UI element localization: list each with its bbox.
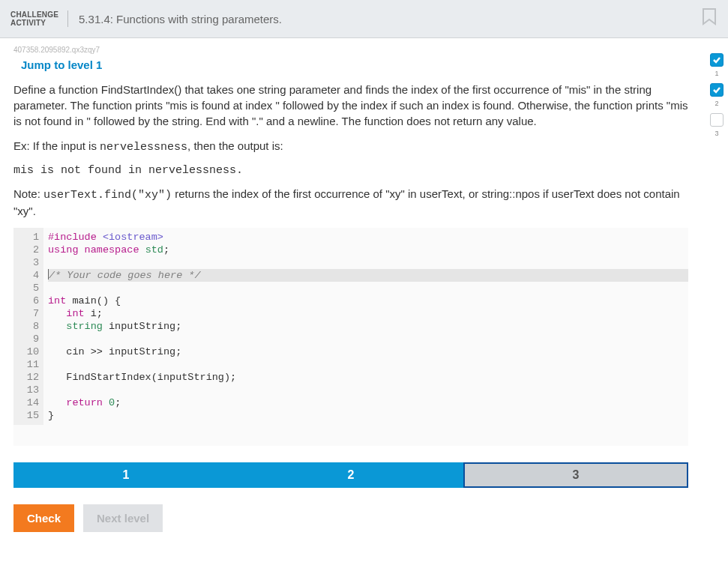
- code-line[interactable]: [48, 282, 688, 294]
- gutter-line: 9: [16, 333, 39, 345]
- example-line: Ex: If the input is nervelessness, then …: [13, 138, 696, 155]
- code-line[interactable]: using namespace std;: [48, 244, 688, 256]
- activity-title: 5.31.4: Functions with string parameters…: [79, 13, 282, 25]
- code-body[interactable]: #include <iostream> using namespace std;…: [43, 228, 688, 425]
- level-check-1[interactable]: [710, 53, 724, 67]
- gutter-line: 15: [16, 409, 39, 422]
- code-line[interactable]: return 0;: [48, 396, 688, 409]
- code-line[interactable]: }: [48, 409, 688, 422]
- code-line[interactable]: #include <iostream>: [48, 231, 688, 244]
- progress-step-3[interactable]: 3: [463, 462, 688, 488]
- gutter-line: 5: [16, 282, 39, 294]
- code-line[interactable]: [48, 333, 688, 345]
- header-label: CHALLENGE ACTIVITY: [10, 10, 68, 27]
- problem-description: Define a function FindStartIndex() that …: [13, 82, 696, 129]
- next-level-button: Next level: [83, 504, 163, 532]
- gutter-line: 11: [16, 358, 39, 371]
- code-line[interactable]: [48, 256, 688, 269]
- hash-id: 407358.2095892.qx3zqy7: [13, 46, 715, 54]
- example-output: mis is not found in nervelessness.: [13, 164, 715, 177]
- level-num-2: 2: [715, 100, 718, 107]
- button-row: Check Next level: [13, 504, 715, 532]
- gutter-line: 4: [16, 269, 39, 282]
- gutter-line: 13: [16, 384, 39, 396]
- header-label-line1: CHALLENGE: [10, 10, 58, 19]
- code-editor[interactable]: 1 2 3 4 5 6 7 8 9 10 11 12 13 14 15 #inc…: [13, 228, 688, 446]
- progress-step-2[interactable]: 2: [238, 462, 463, 488]
- gutter-line: 8: [16, 320, 39, 333]
- progress-step-1[interactable]: 1: [13, 462, 238, 488]
- code-line[interactable]: /* Your code goes here */: [48, 269, 688, 282]
- gutter-line: 2: [16, 244, 39, 256]
- header-label-line2: ACTIVITY: [10, 19, 58, 27]
- progress-bar: 1 2 3: [13, 462, 688, 488]
- code-line[interactable]: string inputString;: [48, 320, 688, 333]
- note-line: Note: userText.find("xy") returns the in…: [13, 186, 696, 219]
- gutter-line: 12: [16, 371, 39, 384]
- gutter-line: 7: [16, 307, 39, 320]
- ex-prefix: Ex: If the input is: [13, 139, 100, 152]
- code-line[interactable]: int i;: [48, 307, 688, 320]
- gutter-line: 1: [16, 231, 39, 244]
- line-gutter: 1 2 3 4 5 6 7 8 9 10 11 12 13 14 15: [13, 228, 43, 425]
- code-line[interactable]: [48, 358, 688, 371]
- gutter-line: 14: [16, 396, 39, 409]
- ex-input: nervelessness: [100, 141, 187, 154]
- content-area: 1 2 3 407358.2095892.qx3zqy7 Jump to lev…: [0, 38, 728, 555]
- jump-link[interactable]: Jump to level 1: [21, 58, 715, 71]
- level-sidebar: 1 2 3: [710, 53, 724, 142]
- code-line[interactable]: cin >> inputString;: [48, 345, 688, 358]
- activity-header: CHALLENGE ACTIVITY 5.31.4: Functions wit…: [0, 0, 728, 38]
- gutter-line: 6: [16, 294, 39, 307]
- check-button[interactable]: Check: [13, 504, 74, 532]
- level-num-1: 1: [715, 70, 718, 77]
- level-num-3: 3: [715, 130, 718, 137]
- bookmark-icon[interactable]: [701, 7, 718, 30]
- ex-suffix: , then the output is:: [187, 139, 283, 152]
- code-line[interactable]: FindStartIndex(inputString);: [48, 371, 688, 384]
- note-prefix: Note:: [13, 187, 43, 200]
- code-line[interactable]: int main() {: [48, 294, 688, 307]
- level-box-3[interactable]: [710, 113, 724, 127]
- gutter-line: 10: [16, 345, 39, 358]
- gutter-line: 3: [16, 256, 39, 269]
- level-check-2[interactable]: [710, 83, 724, 97]
- code-line[interactable]: [48, 384, 688, 396]
- note-code: userText.find("xy"): [43, 189, 172, 202]
